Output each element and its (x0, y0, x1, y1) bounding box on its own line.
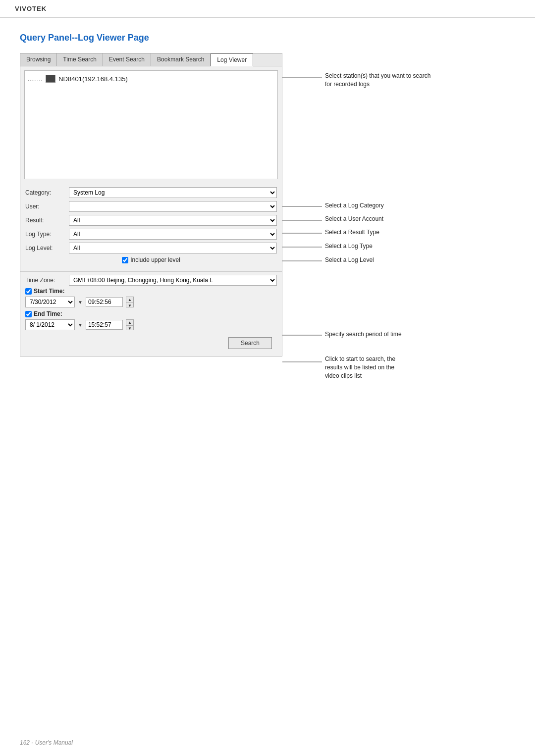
log-type-row: Log Type: All (25, 229, 277, 240)
category-annotation-text: Select a Log Category (325, 202, 384, 210)
station-item[interactable]: ........ ND8401(192.168.4.135) (28, 74, 274, 84)
station-list-area: ........ ND8401(192.168.4.135) (24, 70, 278, 179)
footer-text: 162 - User's Manual (20, 739, 73, 746)
result-annotation-text: Select a Result Type (325, 229, 379, 236)
start-date-dropdown-icon: ▼ (78, 300, 83, 305)
connector-lines-svg (282, 53, 515, 390)
start-time-input[interactable] (86, 297, 123, 307)
spinner-down-icon[interactable]: ▼ (126, 303, 133, 307)
include-upper-level-row: Include upper level (25, 256, 277, 263)
tab-log-viewer[interactable]: Log Viewer (211, 53, 253, 66)
end-datetime-row: 8/ 1/2012 ▼ ▲ ▼ (25, 319, 277, 330)
timezone-row: Time Zone: GMT+08:00 Beijing, Chongging,… (25, 275, 277, 286)
tabs-row: Browsing Time Search Event Search Bookma… (20, 53, 282, 66)
category-row: Category: System Log (25, 187, 277, 198)
station-name: ND8401(192.168.4.135) (58, 75, 128, 83)
end-time-label: End Time: (34, 310, 62, 317)
user-select[interactable] (69, 201, 277, 212)
result-select[interactable]: All (69, 215, 277, 226)
tab-bookmark-search[interactable]: Bookmark Search (151, 53, 211, 66)
timezone-select[interactable]: GMT+08:00 Beijing, Chongging, Hong Kong,… (69, 275, 277, 286)
result-label: Result: (25, 217, 65, 224)
header: VIVOTEK (0, 0, 535, 18)
start-time-checkbox[interactable] (25, 288, 32, 295)
include-upper-level-label: Include upper level (130, 256, 180, 263)
logtype-annotation-text: Select a Log Type (325, 243, 373, 250)
category-select[interactable]: System Log (69, 187, 277, 198)
timezone-label: Time Zone: (25, 277, 65, 284)
end-date-select[interactable]: 8/ 1/2012 (25, 319, 75, 330)
start-time-checkbox-label: Start Time: (25, 288, 277, 295)
user-label: User: (25, 203, 65, 210)
start-time-label: Start Time: (34, 288, 64, 295)
station-annotation-text: Select station(s) that you want to searc… (325, 72, 434, 89)
tab-event-search[interactable]: Event Search (103, 53, 151, 66)
log-level-select[interactable]: All (69, 243, 277, 253)
time-section: Time Zone: GMT+08:00 Beijing, Chongging,… (20, 271, 282, 356)
search-button[interactable]: Search (228, 337, 272, 349)
start-datetime-row: 7/30/2012 ▼ ▲ ▼ (25, 297, 277, 307)
search-btn-row: Search (25, 333, 277, 353)
end-time-input[interactable] (86, 320, 123, 330)
spinner-up-icon-2[interactable]: ▲ (126, 320, 133, 326)
spinner-up-icon[interactable]: ▲ (126, 297, 133, 303)
start-date-select[interactable]: 7/30/2012 (25, 297, 75, 307)
end-date-dropdown-icon: ▼ (78, 322, 83, 328)
loglevel-annotation-text: Select a Log Level (325, 256, 374, 263)
result-row: Result: All (25, 215, 277, 226)
category-label: Category: (25, 189, 65, 196)
start-time-spinner[interactable]: ▲ ▼ (126, 297, 134, 307)
spinner-down-icon-2[interactable]: ▼ (126, 326, 133, 330)
log-type-label: Log Type: (25, 231, 65, 238)
search-annotation-text: Click to start to search, theresults wil… (325, 355, 395, 380)
log-level-row: Log Level: All (25, 243, 277, 253)
end-time-checkbox[interactable] (25, 311, 32, 317)
log-level-label: Log Level: (25, 245, 65, 252)
user-row: User: (25, 201, 277, 212)
log-type-select[interactable]: All (69, 229, 277, 240)
page-title: Query Panel--Log Viewer Page (20, 33, 515, 43)
ui-panel: Browsing Time Search Event Search Bookma… (20, 53, 282, 356)
end-time-spinner[interactable]: ▲ ▼ (126, 319, 134, 330)
main-content: Query Panel--Log Viewer Page Browsing Ti… (0, 18, 535, 404)
include-upper-level-checkbox[interactable] (122, 257, 128, 263)
brand-logo: VIVOTEK (15, 5, 47, 12)
tab-time-search[interactable]: Time Search (57, 53, 103, 66)
form-section: Category: System Log User: Result: All (20, 183, 282, 271)
time-annotation-text: Specify search period of time (325, 331, 402, 338)
tab-browsing[interactable]: Browsing (20, 53, 57, 66)
station-expand-dots: ........ (28, 76, 43, 82)
annotations-container: Select station(s) that you want to searc… (282, 53, 515, 390)
station-device-icon (46, 75, 55, 83)
user-annotation-text: Select a User Account (325, 215, 383, 222)
end-time-checkbox-label: End Time: (25, 310, 277, 317)
